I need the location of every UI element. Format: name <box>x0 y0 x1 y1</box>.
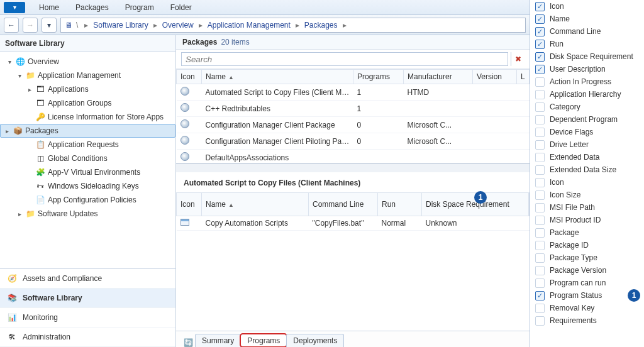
tree-node[interactable]: 📄App Configuration Policies <box>0 193 175 207</box>
dcol-run[interactable]: Run <box>378 193 422 216</box>
table-row[interactable]: Copy Automation Scripts"CopyFiles.bat"No… <box>177 216 530 231</box>
workspace-item[interactable]: 📚Software Library <box>0 289 175 308</box>
breadcrumb-item[interactable]: Application Management <box>206 21 292 30</box>
checkbox-icon[interactable] <box>535 216 545 225</box>
checkbox-icon[interactable] <box>535 190 545 200</box>
column-chooser-item[interactable]: ✓Program Status1 <box>530 289 644 302</box>
column-chooser-item[interactable]: Program can run <box>530 277 644 289</box>
checkbox-icon[interactable] <box>535 178 545 187</box>
tree-twisty-icon[interactable]: ▾ <box>16 72 23 79</box>
horizontal-scrollbar[interactable] <box>176 163 530 172</box>
menu-packages[interactable]: Packages <box>73 2 111 13</box>
tree-node[interactable]: ◫Global Conditions <box>0 151 175 165</box>
table-row[interactable]: Configuration Manager Client Package0Mic… <box>177 117 530 133</box>
checkbox-icon[interactable]: ✓ <box>535 2 545 11</box>
column-chooser-item[interactable]: ✓Command Line <box>530 25 644 38</box>
back-button[interactable]: ← <box>4 18 19 33</box>
dcol-name[interactable]: Name▲ <box>202 193 309 216</box>
checkbox-icon[interactable] <box>535 90 545 99</box>
tree-node[interactable]: ▾📁Application Management <box>0 69 175 82</box>
breadcrumb-item[interactable]: Software Library <box>92 21 149 30</box>
column-chooser-item[interactable]: ✓User Description <box>530 63 644 75</box>
checkbox-icon[interactable] <box>535 102 545 112</box>
menu-folder[interactable]: Folder <box>168 2 194 13</box>
tree-twisty-icon[interactable]: ▸ <box>4 128 10 135</box>
column-chooser-item[interactable]: ✓Icon <box>530 0 644 13</box>
tree-node[interactable]: ▸📦Packages <box>0 124 175 138</box>
menu-home[interactable]: Home <box>36 2 62 13</box>
forward-button[interactable]: → <box>23 18 38 33</box>
menu-program[interactable]: Program <box>123 2 157 13</box>
column-chooser-item[interactable]: Drive Letter <box>530 138 644 151</box>
checkbox-icon[interactable] <box>535 253 545 263</box>
app-menu-button[interactable]: ▾ <box>4 2 25 13</box>
tree-node[interactable]: 🗔Application Groups <box>0 96 175 110</box>
tree-twisty-icon[interactable]: ▾ <box>6 58 13 65</box>
tab-programs[interactable]: Programs <box>240 334 287 347</box>
column-chooser-item[interactable]: Category <box>530 101 644 113</box>
workspace-item[interactable]: 🛠Administration <box>0 328 175 347</box>
checkbox-icon[interactable] <box>535 278 545 288</box>
checkbox-icon[interactable] <box>535 304 545 313</box>
checkbox-icon[interactable]: ✓ <box>535 40 545 49</box>
column-chooser-item[interactable]: Requirements <box>530 314 644 327</box>
tree-node[interactable]: 🧩App-V Virtual Environments <box>0 165 175 179</box>
column-chooser-item[interactable]: Icon Size <box>530 189 644 201</box>
dcol-cmd[interactable]: Command Line <box>309 193 378 216</box>
breadcrumb[interactable]: 🖥 \ ▸ Software Library ▸ Overview ▸ Appl… <box>60 18 526 33</box>
col-overflow[interactable]: L <box>517 70 530 84</box>
col-version[interactable]: Version <box>473 70 517 84</box>
column-chooser-item[interactable]: Application Hierarchy <box>530 88 644 101</box>
tab-summary[interactable]: Summary <box>195 334 241 347</box>
tree-node[interactable]: 🔑License Information for Store Apps <box>0 110 175 124</box>
tree-node[interactable]: 🗝Windows Sideloading Keys <box>0 179 175 193</box>
table-row[interactable]: Automated Script to Copy Files (Client M… <box>177 84 530 101</box>
breadcrumb-item[interactable]: Overview <box>161 21 195 30</box>
column-chooser-item[interactable]: ✓Disk Space Requirement <box>530 50 644 63</box>
checkbox-icon[interactable] <box>535 115 545 124</box>
column-chooser-item[interactable]: Extended Data Size <box>530 163 644 176</box>
search-input[interactable] <box>181 52 508 66</box>
workspace-item[interactable]: 📊Monitoring <box>0 308 175 328</box>
checkbox-icon[interactable]: ✓ <box>535 65 545 74</box>
column-chooser-item[interactable]: Package Type <box>530 251 644 264</box>
table-row[interactable]: C++ Redtributables1 <box>177 101 530 117</box>
tree-node[interactable]: 📋Application Requests <box>0 138 175 151</box>
checkbox-icon[interactable] <box>535 140 545 150</box>
dcol-icon[interactable]: Icon <box>177 193 202 216</box>
refresh-icon[interactable]: 🔄 <box>181 338 195 347</box>
checkbox-icon[interactable] <box>535 128 545 137</box>
column-chooser-item[interactable]: ✓Run <box>530 38 644 50</box>
tree-node[interactable]: ▾🌐Overview <box>0 55 175 69</box>
column-chooser-item[interactable]: Action In Progress <box>530 75 644 88</box>
column-chooser-item[interactable]: Removal Key <box>530 302 644 314</box>
breadcrumb-item[interactable]: Packages <box>303 21 339 30</box>
checkbox-icon[interactable] <box>535 165 545 175</box>
column-chooser-item[interactable]: Package <box>530 226 644 239</box>
col-icon[interactable]: Icon <box>177 70 202 84</box>
tree-node[interactable]: ▸🗔Applications <box>0 82 175 96</box>
tree-twisty-icon[interactable]: ▸ <box>26 86 33 93</box>
column-chooser-item[interactable]: MSI File Path <box>530 201 644 214</box>
checkbox-icon[interactable]: ✓ <box>535 14 545 24</box>
table-row[interactable]: DefaultAppsAssociations <box>177 150 530 164</box>
column-chooser-item[interactable]: ✓Name <box>530 13 644 25</box>
checkbox-icon[interactable] <box>535 266 545 275</box>
tree-twisty-icon[interactable]: ▸ <box>16 211 23 218</box>
tab-deployments[interactable]: Deployments <box>286 334 344 347</box>
column-chooser-item[interactable]: Extended Data <box>530 151 644 163</box>
checkbox-icon[interactable]: ✓ <box>535 27 545 36</box>
column-chooser-item[interactable]: Package Version <box>530 264 644 277</box>
table-row[interactable]: Configuration Manager Client Piloting Pa… <box>177 133 530 150</box>
checkbox-icon[interactable] <box>535 316 545 326</box>
checkbox-icon[interactable] <box>535 77 545 87</box>
col-manufacturer[interactable]: Manufacturer <box>404 70 473 84</box>
column-chooser-item[interactable]: Dependent Program <box>530 113 644 126</box>
clear-search-icon[interactable]: ✖ <box>511 52 525 66</box>
column-chooser-item[interactable]: Package ID <box>530 239 644 251</box>
workspace-item[interactable]: 🧭Assets and Compliance <box>0 269 175 289</box>
col-programs[interactable]: Programs <box>353 70 404 84</box>
column-chooser-item[interactable]: MSI Product ID <box>530 214 644 226</box>
checkbox-icon[interactable]: ✓ <box>535 52 545 62</box>
col-name[interactable]: Name▲ <box>202 70 353 84</box>
